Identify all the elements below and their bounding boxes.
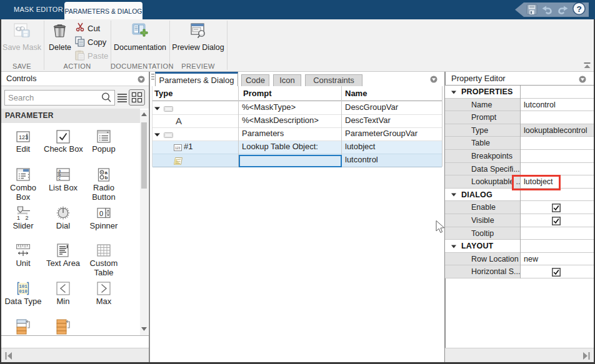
svg-text:010: 010	[19, 289, 28, 294]
svg-text:123: 123	[175, 146, 181, 150]
svg-text:?: ?	[576, 4, 581, 14]
svg-text:0: 0	[99, 210, 103, 217]
svg-text:101: 101	[19, 284, 28, 289]
svg-text:1: 1	[17, 215, 20, 220]
svg-text:2: 2	[26, 215, 29, 220]
svg-text:b: b	[105, 175, 108, 180]
